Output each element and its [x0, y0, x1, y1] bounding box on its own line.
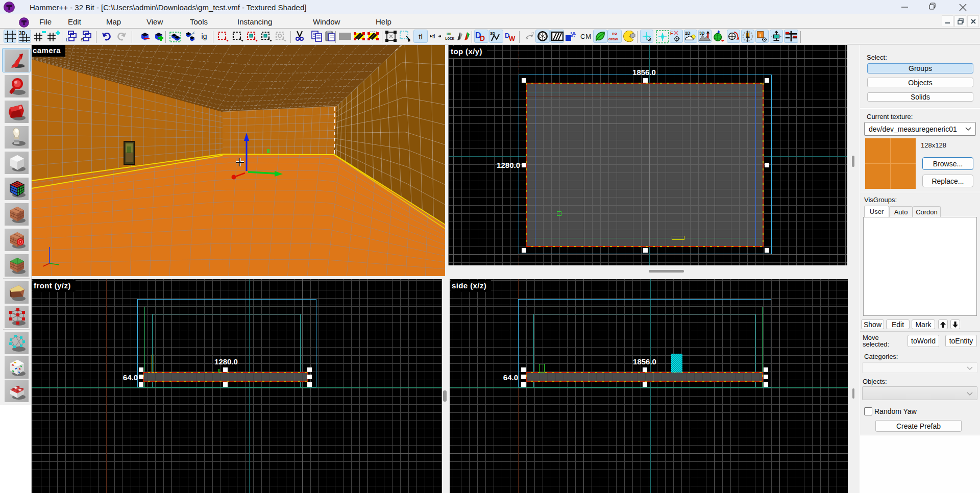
- svg-text:L: L: [66, 37, 68, 42]
- svg-text:no: no: [612, 31, 617, 36]
- svg-text:T: T: [759, 33, 762, 38]
- svg-text:S: S: [81, 37, 84, 42]
- svg-text:LOCK: LOCK: [445, 37, 455, 41]
- svg-text:3D: 3D: [19, 31, 26, 36]
- svg-text:D: D: [480, 34, 485, 42]
- svg-text:F: F: [670, 31, 673, 36]
- svg-text:draw: draw: [608, 37, 618, 41]
- svg-text:tl: tl: [432, 33, 435, 39]
- svg-text:W: W: [509, 35, 516, 41]
- svg-text:UU: UU: [447, 32, 452, 36]
- svg-text:2D: 2D: [685, 31, 691, 36]
- svg-text:3D: 3D: [699, 31, 705, 36]
